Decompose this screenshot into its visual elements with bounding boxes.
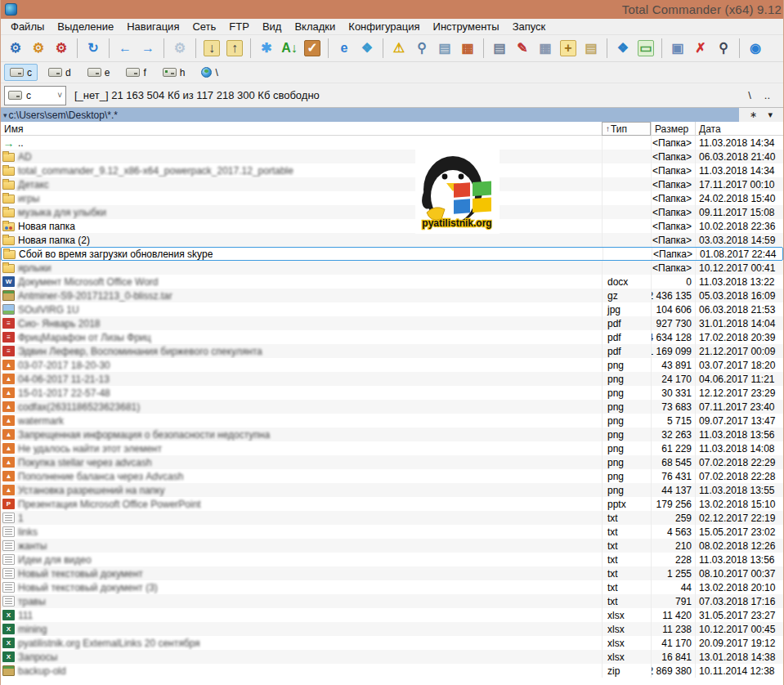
tab-star-button[interactable]: ∗ [750, 110, 757, 120]
file-row[interactable]: ▲Запрещенная информация о безопасности н… [1, 428, 783, 441]
notepad-button[interactable]: ▤ [489, 38, 510, 59]
file-name: игры [18, 193, 39, 204]
file-row[interactable]: Новый текстовый документ (3)txt4413.02.2… [1, 580, 783, 594]
file-row[interactable]: ▲15-01-2017 22-57-48png30 33112.12.2017 … [1, 386, 783, 400]
file-row[interactable]: XЗапросыxlsx16 84113.01.2018 14:38 [1, 650, 783, 664]
new-folder-button[interactable]: + [558, 38, 579, 59]
file-row[interactable]: Xminingxlsx11 23810.12.2017 00:45 [1, 622, 783, 636]
menu-item-7[interactable]: Вкладки [288, 20, 342, 34]
file-row[interactable]: Новый текстовый документtxt1 25508.10.20… [1, 566, 783, 580]
header-name-column[interactable]: Имя [1, 122, 602, 136]
file-row[interactable]: ▲Не удалось найти этот элементpng61 2291… [1, 441, 783, 455]
menu-item-3[interactable]: Навигация [120, 20, 186, 34]
file-row[interactable]: X111xlsx11 42031.05.2017 23:27 [1, 608, 783, 622]
header-date-column[interactable]: Дата [695, 122, 783, 136]
file-row[interactable]: Xpyatilistnik.org ExternalLinks 20 сентя… [1, 636, 783, 650]
file-row[interactable]: травыtxt79107.03.2018 17:16 [1, 594, 783, 608]
menu-item-8[interactable]: Конфигурация [342, 20, 426, 34]
sync-dirs-button[interactable]: ✱ [256, 38, 277, 59]
file-row[interactable]: total_commander_9.12_x86-x64_powerpack_2… [1, 163, 783, 177]
file-row[interactable]: Сбой во время загрузки обновления skype<… [1, 247, 783, 261]
file-row[interactable]: жантыtxt21008.02.2018 12:26 [1, 539, 783, 553]
paint-button[interactable]: ✎ [512, 38, 533, 59]
file-row[interactable]: ▲03-07-2017 18-20-30png43 89103.07.2017 … [1, 358, 783, 372]
file-row[interactable]: WДокумент Microsoft Office Worddocx011.0… [1, 275, 783, 289]
header-size-column[interactable]: Размер [651, 122, 695, 136]
sort-az-button[interactable]: A↓ [279, 38, 300, 59]
file-row[interactable]: Детакс<Папка>17.11.2017 00:10 [1, 177, 783, 191]
title-bar[interactable]: Total Commander (x64) 9.12 [1, 0, 783, 19]
doc-warning-button[interactable]: ⚠ [388, 38, 410, 59]
forward-arrow-button[interactable]: → [137, 38, 159, 59]
doc-properties-button[interactable]: ▤ [434, 38, 455, 59]
back-arrow-button[interactable]: ← [114, 38, 136, 59]
file-row[interactable]: backup-oldzip2 869 38010.11.2014 12:38 [1, 664, 783, 678]
drive-button-d[interactable]: d [43, 64, 77, 81]
file-row[interactable]: ▲watermarkpng5 71509.07.2017 13:47 [1, 414, 783, 428]
options-gear-blue-button[interactable]: ⚙ [5, 38, 26, 59]
menu-item-4[interactable]: Сеть [186, 20, 222, 34]
drive-button-c[interactable]: c [4, 64, 38, 81]
file-name-cell: PПрезентация Microsoft Office PowerPoint [1, 497, 602, 511]
file-row[interactable]: Новая папка<Папка>10.02.2018 22:36 [1, 219, 783, 233]
delete-files-button[interactable]: ✗ [690, 38, 711, 59]
tab-list-button[interactable]: ▾ [768, 110, 773, 120]
file-row[interactable]: ▲04-06-2017 11-21-13png24 17004.06.2017 … [1, 372, 783, 386]
pack-files-button[interactable]: ↓ [201, 38, 222, 59]
pdf-icon: ≡ [2, 318, 15, 329]
notes-clipboard-button[interactable]: ✓ [302, 38, 323, 59]
file-row[interactable]: Новая папка (2)<Папка>03.03.2018 14:59 [1, 233, 783, 247]
internet-explorer-button[interactable]: e [334, 38, 355, 59]
menu-item-10[interactable]: Запуск [506, 20, 553, 34]
drive-select[interactable]: c ˅ [4, 86, 66, 105]
file-row[interactable]: музыка для улыбки<Папка>09.11.2017 15:08 [1, 205, 783, 219]
file-row[interactable]: ▲Покупка stellar через advcashpng68 5450… [1, 455, 783, 469]
network-places-button[interactable]: ❖ [356, 38, 378, 59]
file-row[interactable]: ≡Сио- Январь 2018pdf927 73031.01.2018 14… [1, 316, 783, 330]
explorer-3d-button[interactable]: ❖ [612, 38, 634, 59]
background-transfer-button[interactable]: ⚙ [169, 38, 190, 59]
menu-item-5[interactable]: FTP [222, 20, 256, 34]
file-row[interactable]: ▲Пополнение баланса через Advcashpng76 4… [1, 469, 783, 483]
file-row[interactable]: →..<Папка>11.03.2018 14:34 [1, 136, 783, 150]
file-date: 08.10.2017 00:37 [695, 566, 783, 580]
calculator-button[interactable]: ▦ [535, 38, 556, 59]
file-row[interactable]: Antminer-S9-20171213_0-blissz.targz12 43… [1, 289, 783, 302]
doc-preview-button[interactable]: ⚲ [411, 38, 432, 59]
file-row[interactable]: ▲Установка разрешений на папкуpng44 1371… [1, 483, 783, 497]
unpack-files-button[interactable]: ↑ [224, 38, 245, 59]
dark-preview-button[interactable]: ⚲ [713, 38, 734, 59]
menu-item-2[interactable]: Выделение [51, 20, 120, 34]
file-row[interactable]: AD<Папка>06.03.2018 21:40 [1, 150, 783, 163]
ruler-button[interactable]: ▭ [635, 38, 656, 59]
file-row[interactable]: ≡ФрицМарафон от Лизы Фрицpdf14 634 12817… [1, 330, 783, 344]
image-viewer-button[interactable]: ▣ [667, 38, 688, 59]
menu-item-1[interactable]: Файлы [4, 20, 51, 34]
options-gear-orange-button[interactable]: ⚙ [28, 38, 49, 59]
file-name-cell: ▲codfax(2631186523623681) [1, 400, 602, 414]
drive-button-network-root[interactable]: \ [195, 64, 226, 81]
file-row[interactable]: ≡Эдвин Лефевр, Воспоминания биржевого сп… [1, 344, 783, 358]
menu-item-9[interactable]: Инструменты [427, 20, 506, 34]
drive-button-f[interactable]: f [120, 64, 151, 81]
file-row[interactable]: ярлыки<Папка>10.12.2017 00:41 [1, 261, 783, 275]
file-row[interactable]: SOulVIRG 1Ujpg104 60606.03.2018 21:53 [1, 302, 783, 316]
drive-button-e[interactable]: e [82, 64, 116, 81]
goto-root-button[interactable]: \ [741, 89, 758, 101]
menu-item-6[interactable]: Вид [256, 20, 289, 34]
file-row[interactable]: 1txt25902.12.2017 22:19 [1, 511, 783, 525]
current-path-tab[interactable]: ▾ c:\Users\sem\Desktop\*.* [1, 108, 739, 122]
file-row[interactable]: ▲codfax(2631186523623681)png73 68307.11.… [1, 400, 783, 414]
drive-button-h[interactable]: h [157, 64, 191, 81]
cd-burn-button[interactable]: ◉ [745, 38, 766, 59]
options-gear-red-button[interactable]: ⚙ [51, 38, 72, 59]
file-row[interactable]: Идеи для видеоtxt22811.03.2018 13:56 [1, 553, 783, 566]
file-row[interactable]: linkstxt4 56315.05.2017 23:02 [1, 525, 783, 539]
thumbnails-view-button[interactable]: ▦ [457, 38, 478, 59]
file-row[interactable]: игры<Папка>24.02.2018 15:40 [1, 191, 783, 205]
script-button[interactable]: ▤ [580, 38, 602, 59]
goto-parent-button[interactable]: .. [758, 89, 777, 101]
file-row[interactable]: PПрезентация Microsoft Office PowerPoint… [1, 497, 783, 511]
header-type-column[interactable]: ↑ Тип [602, 122, 651, 136]
refresh-button[interactable]: ↻ [83, 38, 104, 59]
